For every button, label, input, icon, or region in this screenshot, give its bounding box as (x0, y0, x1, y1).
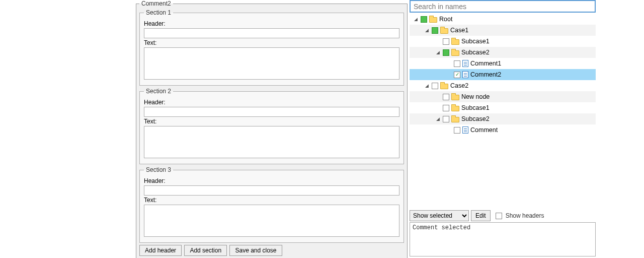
tree-row[interactable]: ◢Subcase2 (410, 47, 596, 58)
tree-label: Case2 (450, 82, 468, 89)
editor-button-row: Add header Add section Save and close (139, 245, 404, 256)
tree-label: Comment1 (470, 60, 501, 67)
folder-icon (440, 84, 448, 89)
document-icon (462, 60, 468, 67)
section-2-header-input[interactable] (144, 107, 399, 117)
tree-row[interactable]: Subcase1 (410, 36, 596, 47)
expander-icon[interactable]: ◢ (424, 83, 430, 89)
folder-icon (451, 117, 459, 122)
section-3-header-label: Header: (144, 177, 399, 184)
tree-row[interactable]: ◢Root (410, 14, 596, 25)
tree-controls: Show selected Edit Show headers (410, 210, 596, 221)
tree-checkbox[interactable] (443, 116, 449, 122)
tree-row[interactable]: Subcase1 (410, 102, 596, 113)
tree-label: Subcase2 (461, 49, 490, 56)
tree-checkbox[interactable] (454, 60, 460, 67)
section-1: Section 1 Header: Text: (139, 9, 404, 86)
expander-icon[interactable]: ◢ (424, 27, 430, 33)
section-3-legend: Section 3 (144, 166, 173, 173)
tree-checkbox[interactable] (443, 49, 449, 56)
section-1-legend: Section 1 (144, 9, 173, 16)
edit-button[interactable]: Edit (471, 210, 491, 221)
tree-checkbox[interactable] (443, 94, 449, 100)
section-2-header-label: Header: (144, 99, 399, 106)
document-icon (462, 71, 468, 78)
tree-checkbox[interactable] (421, 16, 427, 23)
tree-label: Comment (470, 126, 498, 134)
tree-row[interactable]: New node (410, 91, 596, 102)
section-1-header-label: Header: (144, 20, 399, 27)
section-1-header-input[interactable] (144, 28, 399, 38)
section-3-header-input[interactable] (144, 185, 399, 196)
tree-row[interactable]: ◢Case1 (410, 25, 596, 36)
comment-fieldset: Comment2 Section 1 Header: Text: Section… (136, 0, 408, 258)
section-2-legend: Section 2 (144, 88, 173, 95)
folder-icon (451, 39, 459, 45)
expander-icon[interactable]: ◢ (413, 16, 419, 22)
save-close-button[interactable]: Save and close (229, 245, 282, 256)
section-3-text-label: Text: (144, 197, 399, 204)
tree-label: Subcase2 (461, 115, 490, 122)
show-headers-checkbox[interactable] (496, 213, 502, 219)
tree-label: New node (461, 93, 490, 100)
add-header-button[interactable]: Add header (139, 245, 182, 256)
folder-icon (451, 50, 459, 56)
tree-checkbox[interactable] (443, 105, 449, 111)
tree-label: Comment2 (470, 71, 501, 78)
tree-checkbox[interactable] (454, 72, 460, 78)
tree-row[interactable]: ◢Subcase2 (410, 113, 596, 124)
section-1-text-label: Text: (144, 39, 399, 46)
tree-label: Subcase1 (461, 38, 490, 45)
folder-icon (451, 106, 459, 111)
tree-view[interactable]: ◢Root◢Case1Subcase1◢Subcase2Comment1Comm… (410, 14, 596, 209)
editor-panel: Comment2 Section 1 Header: Text: Section… (136, 0, 408, 258)
tree-checkbox[interactable] (432, 83, 438, 89)
search-input[interactable] (410, 0, 596, 13)
section-3-text-input[interactable] (144, 205, 399, 237)
folder-icon (451, 95, 459, 100)
show-headers-label: Show headers (506, 212, 544, 219)
tree-row[interactable]: ◢Case2 (410, 80, 596, 91)
section-2-text-input[interactable] (144, 126, 399, 158)
tree-row[interactable]: Comment2 (410, 69, 596, 80)
add-section-button[interactable]: Add section (184, 245, 227, 256)
comment-legend: Comment2 (139, 0, 173, 7)
section-3: Section 3 Header: Text: (139, 166, 404, 243)
tree-label: Root (439, 16, 452, 23)
section-2: Section 2 Header: Text: (139, 88, 404, 164)
expander-icon[interactable]: ◢ (435, 116, 441, 122)
tree-label: Subcase1 (461, 104, 490, 111)
tree-checkbox[interactable] (454, 127, 460, 134)
section-1-text-input[interactable] (144, 47, 399, 80)
folder-icon (440, 28, 448, 34)
status-text: Comment selected (410, 222, 596, 256)
tree-checkbox[interactable] (443, 38, 449, 45)
folder-icon (429, 17, 437, 23)
tree-label: Case1 (450, 27, 468, 34)
document-icon (462, 126, 468, 134)
tree-row[interactable]: Comment (410, 124, 596, 136)
tree-row[interactable]: Comment1 (410, 58, 596, 69)
tree-panel: ◢Root◢Case1Subcase1◢Subcase2Comment1Comm… (410, 0, 596, 258)
expander-icon[interactable]: ◢ (435, 49, 441, 55)
show-mode-select[interactable]: Show selected (410, 210, 469, 221)
section-2-text-label: Text: (144, 118, 399, 125)
tree-checkbox[interactable] (432, 27, 438, 34)
